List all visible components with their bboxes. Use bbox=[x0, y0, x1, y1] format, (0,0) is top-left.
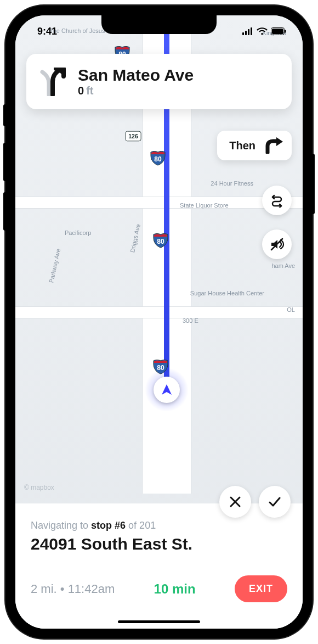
confirm-button[interactable] bbox=[259, 486, 291, 518]
silent-switch bbox=[3, 104, 7, 126]
svg-rect-0 bbox=[242, 32, 244, 35]
screen: 9:41 The Church of Jesus Christ of Kingd… bbox=[15, 15, 303, 629]
dismiss-button[interactable] bbox=[219, 486, 251, 518]
svg-rect-3 bbox=[251, 27, 252, 35]
direction-text: San Mateo Ave 0ft bbox=[78, 66, 194, 97]
power-button bbox=[311, 154, 315, 214]
bear-right-icon bbox=[39, 68, 66, 96]
wifi-icon bbox=[257, 27, 268, 35]
route-swap-icon bbox=[270, 193, 284, 208]
map-label-pacificorp: Pacificorp bbox=[65, 229, 91, 236]
volume-up-button bbox=[3, 143, 7, 181]
bottom-row: 2 mi. • 11:42am 10 min EXIT bbox=[31, 575, 287, 602]
interstate-shield-icon: 80 bbox=[150, 150, 166, 166]
phone-frame: 9:41 The Church of Jesus Christ of Kingd… bbox=[5, 5, 313, 639]
bottom-sheet: Navigating to stop #6 of 201 24091 South… bbox=[15, 503, 303, 629]
notch bbox=[101, 15, 217, 34]
user-location-marker bbox=[154, 377, 180, 403]
map-label-liquor: State Liquor Store bbox=[180, 202, 229, 209]
interstate-shield-icon: 80 bbox=[152, 232, 169, 249]
direction-card[interactable]: San Mateo Ave 0ft bbox=[26, 54, 292, 109]
exit-button[interactable]: EXIT bbox=[235, 575, 287, 602]
navigation-arrow-icon bbox=[161, 384, 173, 396]
cellular-icon bbox=[242, 27, 253, 35]
then-label: Then bbox=[229, 139, 255, 152]
status-time: 9:41 bbox=[37, 26, 57, 37]
mute-button[interactable] bbox=[262, 229, 292, 259]
direction-distance-value: 0 bbox=[78, 85, 84, 97]
map-label-parkway: Parkway Ave bbox=[48, 248, 61, 284]
destination-address: 24091 South East St. bbox=[31, 535, 287, 553]
svg-rect-5 bbox=[272, 29, 283, 34]
state-route-shield-icon: 126 bbox=[125, 128, 141, 144]
battery-icon bbox=[271, 27, 286, 35]
cross-road-2 bbox=[15, 306, 303, 318]
sheet-actions bbox=[219, 486, 291, 518]
route-options-button[interactable] bbox=[262, 186, 292, 215]
nav-stop: stop #6 bbox=[91, 520, 126, 531]
map-label-ham: ham Ave bbox=[271, 262, 295, 269]
map-label-driggs: Driggs Ave bbox=[129, 223, 141, 253]
nav-prefix: Navigating to bbox=[31, 520, 91, 531]
map-label-ol: OL bbox=[287, 306, 295, 313]
svg-rect-6 bbox=[285, 30, 286, 33]
direction-distance: 0ft bbox=[78, 85, 194, 97]
home-indicator[interactable] bbox=[118, 620, 200, 623]
nav-suffix: of 201 bbox=[126, 520, 156, 531]
nav-status: Navigating to stop #6 of 201 bbox=[31, 520, 287, 531]
svg-rect-2 bbox=[248, 29, 249, 35]
distance-remaining: 2 mi. bbox=[31, 582, 57, 596]
speaker-muted-icon bbox=[269, 237, 285, 252]
turn-right-icon bbox=[263, 137, 283, 154]
arrival-time: 11:42am bbox=[68, 582, 115, 596]
next-step-card[interactable]: Then bbox=[217, 131, 292, 160]
svg-text:80: 80 bbox=[157, 238, 164, 245]
direction-street: San Mateo Ave bbox=[78, 66, 194, 85]
map-attribution: © mapbox bbox=[24, 484, 54, 491]
volume-down-button bbox=[3, 192, 7, 231]
map-label-sugar: Sugar House Health Center bbox=[190, 290, 264, 296]
map-label-300e: 300 E bbox=[183, 317, 198, 324]
svg-text:80: 80 bbox=[154, 155, 162, 163]
svg-rect-1 bbox=[245, 31, 247, 35]
svg-text:126: 126 bbox=[128, 133, 138, 139]
status-indicators bbox=[242, 27, 286, 35]
eta: 10 min bbox=[154, 581, 196, 597]
cross-road-1 bbox=[15, 197, 303, 209]
check-icon bbox=[268, 495, 282, 509]
direction-distance-unit: ft bbox=[86, 85, 93, 97]
close-icon bbox=[229, 495, 242, 508]
map-label-fitness: 24 Hour Fitness bbox=[211, 180, 253, 187]
distance-time: 2 mi. • 11:42am bbox=[31, 582, 115, 596]
bullet: • bbox=[57, 582, 68, 596]
